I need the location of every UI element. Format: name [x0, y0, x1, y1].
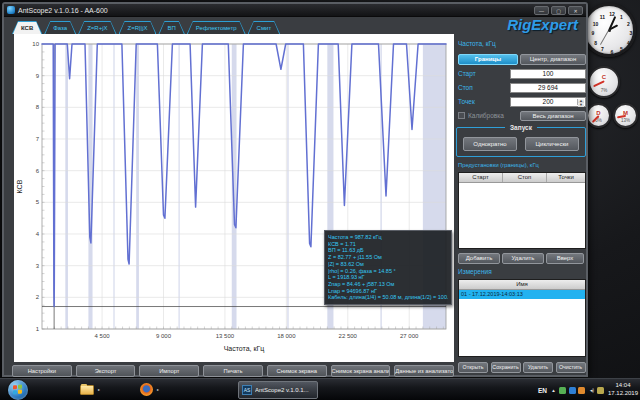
- column-header: Точки: [547, 173, 585, 182]
- measurements-list[interactable]: 01 - 17.12.2019-14:03:13: [459, 290, 585, 299]
- tab-Z=R||jX[interactable]: Z=R||jX: [119, 21, 157, 34]
- launch-group: Запуск Однократно Циклически: [456, 127, 586, 157]
- show-hidden-icons-icon[interactable]: ▲: [550, 387, 557, 394]
- toolbar-button-экспорт[interactable]: Экспорт: [76, 365, 136, 377]
- clock-number: 5: [620, 46, 623, 52]
- toolbar-button-снимок-экрана[interactable]: Снимок экрана: [267, 365, 327, 377]
- firefox-jumplist-arrow-icon[interactable]: ▸: [157, 387, 159, 392]
- frequency-section-title: Частота, кГц: [458, 40, 496, 47]
- presets-table[interactable]: СтартСтопТочки: [458, 172, 586, 249]
- tooltip-line: КСВ = 1.71: [328, 241, 448, 248]
- clock-number: 11: [600, 14, 605, 20]
- presets-up-button[interactable]: Вверх: [546, 253, 584, 264]
- band-highlight: [136, 44, 139, 329]
- minimize-button[interactable]: —: [534, 6, 549, 15]
- rigexpert-logo: RigExpert: [507, 16, 578, 33]
- full-range-button[interactable]: Весь диапазон: [520, 111, 586, 121]
- toolbar-button-импорт[interactable]: Импорт: [139, 365, 199, 377]
- measurements-delete-button[interactable]: Удалить: [523, 362, 553, 373]
- control-panel: Частота, кГц Границы Центр, диапазон Ста…: [456, 32, 588, 378]
- app-icon: [7, 6, 15, 14]
- center-span-mode-button[interactable]: Центр, диапазон: [520, 54, 586, 65]
- antscope-window: AntScope2 v.1.0.16 - AA-600 — ▢ ✕ КСВФаз…: [2, 2, 588, 377]
- y-tick-label: 2: [36, 294, 40, 300]
- measurements-table[interactable]: Имя 01 - 17.12.2019-14:03:13: [458, 279, 586, 357]
- tab-ВП[interactable]: ВП: [158, 21, 184, 34]
- y-tick-label: 1: [36, 326, 40, 332]
- clock-number: 3: [630, 30, 633, 36]
- band-highlight: [65, 44, 68, 329]
- bluetooth-icon[interactable]: [569, 387, 576, 394]
- bounds-mode-button[interactable]: Границы: [458, 54, 518, 65]
- taskbar-clock[interactable]: 14:04 17.12.2019: [608, 381, 638, 397]
- tab-Z=R+jX[interactable]: Z=R+jX: [78, 21, 116, 34]
- titlebar[interactable]: AntScope2 v.1.0.16 - AA-600 — ▢ ✕: [4, 4, 586, 17]
- explorer-jumplist-arrow-icon[interactable]: ▸: [98, 387, 100, 392]
- stop-input[interactable]: 29 694: [510, 83, 586, 93]
- second-hand: [600, 30, 609, 45]
- measurement-row[interactable]: 01 - 17.12.2019-14:03:13: [459, 290, 585, 299]
- tab-Фаза[interactable]: Фаза: [44, 21, 76, 34]
- gauge-label: C: [590, 74, 618, 80]
- tooltip-line: ВП = 11.63 дБ: [328, 247, 448, 254]
- tab-Рефлектометр[interactable]: Рефлектометр: [187, 21, 246, 34]
- clock-gadget[interactable]: 123456789101112: [582, 3, 636, 57]
- tooltip-line: |rho| = 0.26, фаза = 14.85 °: [328, 268, 448, 275]
- run-cyclic-button[interactable]: Циклически: [525, 137, 579, 151]
- volume-icon[interactable]: ◄): [588, 387, 595, 394]
- launch-group-title: Запуск: [505, 124, 537, 131]
- x-tick-label: 4 500: [95, 333, 111, 339]
- gauge-C: C7%: [588, 66, 620, 98]
- points-spinner[interactable]: 200 ▲▼: [510, 97, 586, 107]
- x-axis-title: Частота, кГц: [224, 345, 265, 353]
- toolbar-button-данные-из-анализатора[interactable]: Данные из анализатора: [394, 365, 454, 377]
- measurements-open-button[interactable]: Открыть: [458, 362, 488, 373]
- tooltip-line: |Z| = 83.62 Ом: [328, 261, 448, 268]
- measurements-clear-button[interactable]: Очистить: [556, 362, 586, 373]
- measurements-save-button[interactable]: Сохранить: [491, 362, 521, 373]
- start-input[interactable]: 100: [510, 69, 586, 79]
- keyboard-layout-icon[interactable]: [597, 387, 604, 394]
- spinner-arrows[interactable]: ▲▼: [577, 99, 584, 105]
- y-tick-label: 10: [32, 41, 39, 47]
- points-label: Точек: [458, 98, 475, 105]
- tooltip-line: L = 1918.93 нГ: [328, 274, 448, 281]
- explorer-icon[interactable]: [80, 385, 94, 395]
- storage-app-icon[interactable]: [578, 387, 585, 394]
- column-header: Имя: [459, 280, 585, 289]
- start-button[interactable]: [8, 380, 28, 400]
- calibration-label: Калибровка: [468, 112, 504, 119]
- swr-plot-canvas[interactable]: 123456789104 5009 00013 50018 00022 5002…: [14, 34, 454, 362]
- y-tick-label: 9: [36, 73, 40, 79]
- firefox-icon[interactable]: [140, 383, 153, 396]
- clock-pin: [608, 29, 611, 32]
- language-indicator[interactable]: EN: [538, 387, 547, 394]
- x-tick-label: 18 000: [277, 333, 296, 339]
- y-axis-title: КСВ: [16, 179, 23, 193]
- bottom-toolbar: НастройкиЭкспортИмпортПечатьСнимок экран…: [12, 365, 454, 377]
- spin-down-icon[interactable]: ▼: [578, 103, 584, 107]
- toolbar-button-настройки[interactable]: Настройки: [12, 365, 72, 377]
- toolbar-button-снимок-экрана-анализатора[interactable]: Снимок экрана анализатора: [331, 365, 391, 377]
- tab-Смит[interactable]: Смит: [248, 21, 281, 34]
- antivirus-icon[interactable]: [559, 387, 566, 394]
- close-button[interactable]: ✕: [568, 6, 583, 15]
- band-highlight: [287, 44, 288, 329]
- tab-bar: КСВФазаZ=R+jXZ=R||jXВПРефлектометрСмит: [12, 19, 280, 34]
- clock-number: 9: [592, 30, 595, 36]
- presets-add-button[interactable]: Добавить: [458, 253, 500, 264]
- presets-delete-button[interactable]: Удалить: [502, 253, 544, 264]
- calibration-checkbox[interactable]: [458, 112, 465, 119]
- toolbar-button-печать[interactable]: Печать: [203, 365, 263, 377]
- clock-number: 6: [611, 49, 614, 55]
- presets-title: Предустановки (границы), кГц: [458, 162, 539, 168]
- maximize-button[interactable]: ▢: [551, 6, 566, 15]
- stop-label: Стоп: [458, 84, 473, 91]
- run-single-button[interactable]: Однократно: [463, 137, 517, 151]
- tab-КСВ[interactable]: КСВ: [12, 21, 42, 34]
- antscope-task-button[interactable]: AS AntScope2 v.1.0.1...: [238, 381, 318, 399]
- tooltip-line: Z = 82.77 + j11.55 Ом: [328, 254, 448, 261]
- y-tick-label: 7: [36, 136, 40, 142]
- gauge-M: M13%: [613, 103, 638, 128]
- swr-chart[interactable]: 123456789104 5009 00013 50018 00022 5002…: [14, 34, 454, 362]
